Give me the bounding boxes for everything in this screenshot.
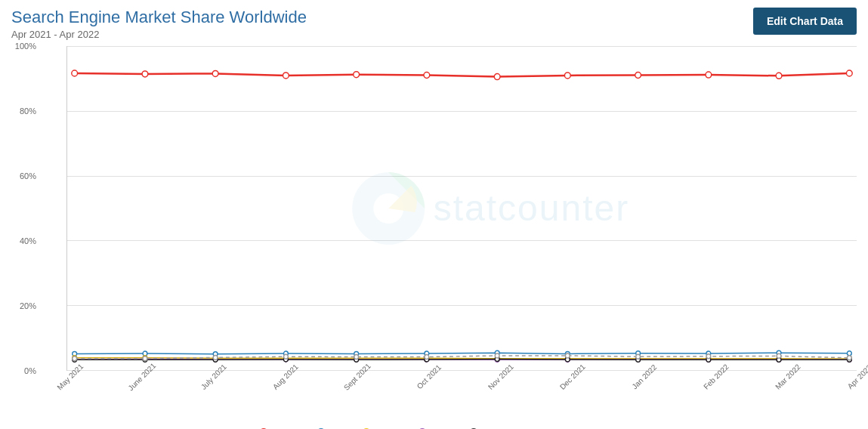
svg-point-73 [847, 356, 851, 360]
svg-point-66 [354, 355, 359, 360]
y-label-100: 100% [15, 42, 36, 51]
svg-point-69 [565, 353, 570, 358]
svg-point-6 [354, 72, 360, 78]
svg-point-7 [424, 73, 430, 79]
svg-point-2 [72, 70, 78, 76]
svg-point-62 [73, 356, 77, 361]
svg-point-68 [495, 353, 499, 358]
chart-svg [67, 46, 857, 370]
svg-point-4 [212, 70, 218, 76]
svg-point-63 [143, 356, 147, 361]
svg-point-25 [847, 351, 851, 356]
edit-chart-data-button[interactable]: Edit Chart Data [753, 8, 857, 35]
svg-point-64 [213, 355, 218, 360]
svg-point-72 [777, 353, 781, 358]
y-label-80: 80% [20, 106, 36, 116]
y-axis: 100% 80% 60% 40% 20% 0% [14, 46, 40, 371]
svg-point-10 [635, 73, 641, 79]
chart-wrapper: 100% 80% 60% 40% 20% 0% [40, 46, 857, 371]
svg-point-5 [283, 73, 289, 79]
x-axis: May 2021June 2021July 2021Aug 2021Sept 2… [67, 370, 857, 414]
chart-header: Search Engine Market Share Worldwide Apr… [11, 8, 857, 40]
chart-subtitle: Apr 2021 - Apr 2022 [11, 29, 307, 40]
svg-point-9 [564, 73, 570, 79]
svg-point-67 [425, 355, 429, 360]
y-label-0: 0% [24, 366, 36, 375]
page-container: Search Engine Market Share Worldwide Apr… [0, 0, 868, 429]
y-label-40: 40% [20, 236, 36, 245]
svg-point-12 [776, 73, 782, 79]
svg-point-8 [494, 74, 500, 80]
chart-plot-area: statcounter May 2021June 2021July 2021Au… [66, 46, 857, 371]
title-block: Search Engine Market Share Worldwide Apr… [11, 8, 307, 40]
y-label-20: 20% [20, 301, 36, 310]
svg-point-70 [636, 354, 641, 359]
svg-point-11 [706, 72, 712, 78]
chart-title: Search Engine Market Share Worldwide [11, 8, 307, 27]
svg-point-65 [284, 354, 289, 359]
svg-point-13 [846, 70, 852, 76]
svg-point-3 [142, 71, 148, 77]
svg-point-71 [706, 354, 711, 359]
y-label-60: 60% [20, 171, 36, 181]
